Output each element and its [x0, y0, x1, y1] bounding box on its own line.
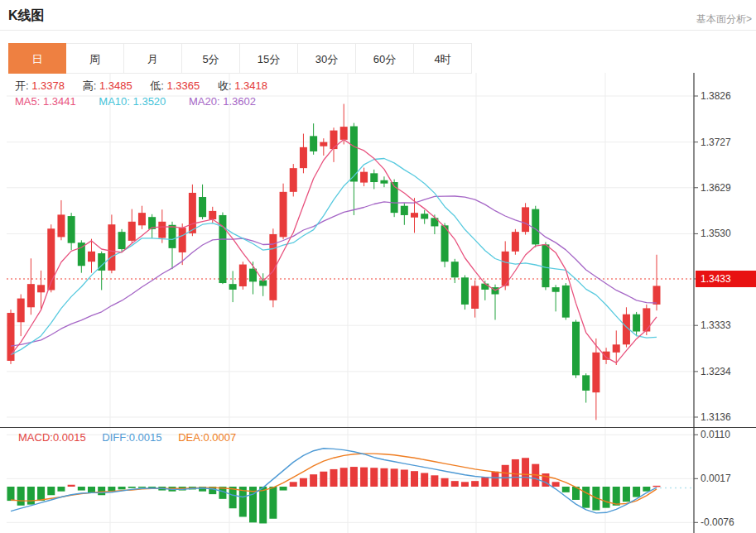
svg-text:1.3727: 1.3727	[701, 137, 731, 148]
interval-tabs: 日 周 月 5分 15分 30分 60分 4时	[8, 43, 472, 74]
tab-week[interactable]: 周	[66, 43, 124, 74]
dea-value: 0.0007	[204, 431, 237, 444]
ma5-value: 1.3441	[43, 95, 76, 108]
ma10-value: 1.3520	[133, 95, 166, 108]
ma5-line	[11, 140, 657, 363]
ma20-label: MA20:	[189, 95, 220, 108]
svg-text:1.3530: 1.3530	[701, 228, 731, 239]
ma5-label: MA5:	[15, 95, 40, 108]
svg-text:-0.0076: -0.0076	[701, 516, 734, 528]
svg-text:0.0017: 0.0017	[701, 473, 731, 484]
svg-text:1.3826: 1.3826	[701, 90, 731, 102]
tab-4hour[interactable]: 4时	[414, 43, 472, 74]
macd-value: 0.0015	[53, 431, 86, 444]
macd-histogram	[7, 458, 661, 523]
macd-legend: MACD:0.0015 DIFF:0.0015 DEA:0.0007	[18, 431, 236, 444]
svg-text:1.3333: 1.3333	[701, 319, 731, 331]
close-label: 收:	[218, 79, 232, 92]
svg-text:1.3136: 1.3136	[701, 411, 731, 423]
macd-axis-labels: 0.01100.0017-0.0076	[694, 429, 734, 528]
svg-text:1.3234: 1.3234	[701, 366, 731, 377]
diff-value: 0.0015	[129, 431, 162, 444]
low-value: 1.3365	[167, 79, 200, 92]
svg-text:1.3629: 1.3629	[701, 182, 731, 194]
tab-month[interactable]: 月	[124, 43, 182, 74]
current-price-flag: 1.3433	[696, 271, 756, 287]
open-value: 1.3378	[31, 79, 65, 92]
tab-60min[interactable]: 60分	[356, 43, 414, 74]
candlestick-chart[interactable]: 1.38261.37271.36291.35301.33331.32341.31…	[0, 73, 756, 427]
kline-widget: K线图 基本面分析> 日 周 月 5分 15分 30分 60分 4时 开: 1.…	[0, 0, 756, 533]
tab-15min[interactable]: 15分	[240, 43, 298, 74]
fundamental-analysis-link[interactable]: 基本面分析>	[696, 12, 752, 26]
close-value: 1.3418	[234, 79, 267, 92]
ma20-value: 1.3602	[223, 95, 256, 108]
svg-text:1.3433: 1.3433	[701, 273, 731, 285]
low-label: 低:	[150, 79, 164, 92]
macd-label: MACD:	[18, 431, 53, 444]
svg-text:0.0110: 0.0110	[701, 429, 730, 440]
tab-5min[interactable]: 5分	[182, 43, 240, 74]
ohlc-legend: 开: 1.3378 高: 1.3485 低: 1.3365 收: 1.3418	[15, 79, 282, 94]
dea-label: DEA:	[178, 431, 203, 444]
header: K线图 基本面分析>	[0, 0, 756, 31]
page-title: K线图	[8, 7, 45, 25]
high-value: 1.3485	[99, 79, 132, 92]
ma-legend: MA5: 1.3441 MA10: 1.3520 MA20: 1.3602	[15, 95, 276, 108]
diff-label: DIFF:	[102, 431, 129, 444]
tab-30min[interactable]: 30分	[298, 43, 356, 74]
high-label: 高:	[83, 79, 97, 92]
tab-day[interactable]: 日	[8, 43, 66, 74]
ma20-line	[11, 196, 657, 346]
ma10-label: MA10:	[99, 95, 130, 108]
price-axis-labels: 1.38261.37271.36291.35301.33331.32341.31…	[694, 90, 731, 423]
open-label: 开:	[15, 79, 29, 92]
